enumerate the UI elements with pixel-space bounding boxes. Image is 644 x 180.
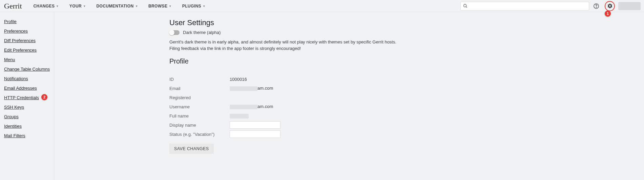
chevron-down-icon: ▾: [84, 4, 85, 8]
field-row-displayname: Display name: [169, 121, 644, 130]
top-bar: Gerrit CHANGES▾ YOUR▾ DOCUMENTATION▾ BRO…: [0, 0, 644, 12]
dark-theme-row: Dark theme (alpha): [169, 30, 644, 35]
field-label-email: Email: [169, 86, 230, 91]
sidebar-item-groups[interactable]: Groups: [4, 114, 19, 119]
sidebar-item-change-table-columns[interactable]: Change Table Columns: [4, 67, 50, 72]
field-row-username: Username am.com: [169, 102, 644, 111]
sidebar-item-http-credentials[interactable]: HTTP Credentials: [4, 95, 39, 100]
field-label-registered: Registered: [169, 95, 230, 100]
username-suffix: am.com: [257, 104, 273, 109]
field-label-fullname: Full name: [169, 113, 230, 119]
svg-line-1: [466, 7, 467, 8]
field-row-status: Status (e.g. "Vacation"): [169, 130, 644, 139]
chevron-down-icon: ▾: [203, 4, 205, 8]
sidebar-item-identities[interactable]: Identities: [4, 124, 22, 129]
email-suffix: am.com: [257, 86, 273, 91]
nav-changes[interactable]: CHANGES▾: [28, 0, 64, 12]
sidebar-item-email-addresses[interactable]: Email Addresses: [4, 86, 37, 91]
sidebar-item-menu[interactable]: Menu: [4, 57, 15, 62]
field-value-id: 1000016: [230, 77, 247, 82]
help-button[interactable]: [592, 2, 601, 11]
gear-icon: [607, 3, 613, 9]
annotation-badge-1: 1: [605, 11, 611, 17]
nav-your[interactable]: YOUR▾: [64, 0, 91, 12]
top-nav: CHANGES▾ YOUR▾ DOCUMENTATION▾ BROWSE▾ PL…: [28, 0, 211, 12]
settings-sidebar: Profile Preferences Diff Preferences Edi…: [0, 12, 54, 180]
dark-theme-note: Gerrit's dark theme is in early alpha, a…: [169, 39, 400, 52]
page-title: User Settings: [169, 18, 644, 27]
nav-your-label: YOUR: [69, 4, 82, 8]
sidebar-item-edit-preferences[interactable]: Edit Preferences: [4, 48, 37, 53]
dark-theme-toggle[interactable]: [169, 30, 180, 35]
nav-documentation-label: DOCUMENTATION: [96, 4, 133, 8]
sidebar-item-notifications[interactable]: Notifications: [4, 76, 28, 81]
field-label-id: ID: [169, 77, 230, 82]
chevron-down-icon: ▾: [169, 4, 171, 8]
nav-browse-label: BROWSE: [148, 4, 167, 8]
nav-changes-label: CHANGES: [34, 4, 55, 8]
sidebar-item-diff-preferences[interactable]: Diff Preferences: [4, 38, 36, 43]
field-label-status: Status (e.g. "Vacation"): [169, 132, 230, 137]
settings-button[interactable]: [605, 1, 615, 11]
sidebar-item-profile[interactable]: Profile: [4, 19, 17, 24]
field-row-fullname: Full name: [169, 111, 644, 121]
field-row-email: Email am.com: [169, 84, 644, 93]
search-box[interactable]: [460, 2, 589, 11]
sidebar-item-preferences[interactable]: Preferences: [4, 29, 28, 34]
field-value-username: am.com: [230, 104, 273, 109]
nav-plugins-label: PLUGINS: [182, 4, 201, 8]
search-icon: [463, 3, 468, 8]
user-menu[interactable]: [618, 2, 641, 10]
status-input[interactable]: [230, 130, 281, 138]
svg-point-0: [464, 4, 466, 7]
svg-point-3: [596, 7, 596, 7]
field-row-id: ID 1000016: [169, 75, 644, 84]
section-title-profile: Profile: [169, 57, 644, 65]
nav-plugins[interactable]: PLUGINS▾: [177, 0, 211, 12]
field-label-username: Username: [169, 104, 230, 109]
help-icon: [593, 3, 599, 9]
main-content: User Settings Dark theme (alpha) Gerrit'…: [54, 12, 644, 180]
settings-button-wrap: 1: [603, 1, 615, 11]
brand-logo[interactable]: Gerrit: [4, 2, 22, 11]
dark-theme-label: Dark theme (alpha): [183, 30, 221, 35]
search-input[interactable]: [470, 3, 587, 8]
nav-documentation[interactable]: DOCUMENTATION▾: [91, 0, 143, 12]
field-value-email: am.com: [230, 86, 273, 91]
save-changes-button[interactable]: SAVE CHANGES: [169, 144, 214, 154]
sidebar-item-mail-filters[interactable]: Mail Filters: [4, 133, 25, 138]
display-name-input[interactable]: [230, 121, 281, 129]
chevron-down-icon: ▾: [136, 4, 138, 8]
field-label-displayname: Display name: [169, 123, 230, 128]
sidebar-item-ssh-keys[interactable]: SSH Keys: [4, 105, 24, 110]
annotation-badge-2: 2: [41, 94, 47, 100]
chevron-down-icon: ▾: [57, 4, 58, 8]
nav-browse[interactable]: BROWSE▾: [143, 0, 177, 12]
field-row-registered: Registered: [169, 93, 644, 102]
field-value-fullname: [230, 113, 249, 119]
